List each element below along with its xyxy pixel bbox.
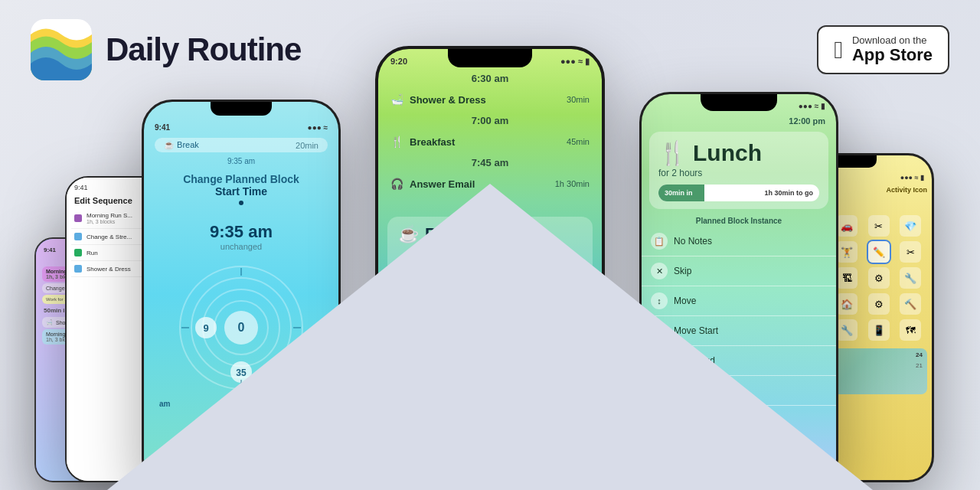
badge-download-label: Download on the: [852, 34, 933, 46]
p2-label-2: Run: [87, 250, 98, 256]
p5-lunch-name: Lunch: [693, 140, 762, 166]
p4-breakfast-icon: 🍴: [390, 136, 403, 148]
p2-dot-0: [74, 214, 82, 222]
badge-text: Download on the App Store: [852, 34, 933, 64]
p3-break-pill: ☕ Break 20min: [155, 138, 328, 152]
bg-triangle: [107, 184, 873, 490]
p6-icon-14[interactable]: 🔧: [900, 267, 921, 289]
p6-signal: ●●● ≈ ▮: [900, 174, 924, 181]
badge-store-label: App Store: [852, 46, 933, 64]
p5-signal: ●●● ≈ ▮: [799, 102, 825, 110]
app-icon: [31, 19, 92, 80]
apple-logo-icon: : [834, 38, 843, 62]
p4-entry-breakfast: 🍴 Breakfast 45min: [378, 129, 602, 154]
p4-entry-breakfast-left: 🍴 Breakfast: [390, 136, 455, 148]
p3-time: 9:41: [155, 123, 170, 132]
p2-dot-2: [74, 249, 82, 256]
p4-breakfast-name: Breakfast: [410, 136, 455, 148]
p3-signal: ●●● ≈: [308, 123, 328, 132]
p5-time-label: 12:00 pm: [642, 113, 836, 129]
app-store-badge[interactable]:  Download on the App Store: [817, 25, 949, 74]
p3-time-mid: 9:35 am: [144, 155, 338, 167]
brand: Daily Routine: [31, 19, 301, 80]
p6-icon-9[interactable]: ✂: [900, 241, 921, 263]
p2-dot-1: [74, 233, 82, 240]
p4-time-4: 7:45 am: [378, 154, 602, 172]
p4-breakfast-dur: 45min: [567, 137, 590, 146]
p5-lunch-icon: 🍴: [658, 139, 687, 166]
p6-icon-19[interactable]: 🔨: [900, 293, 921, 315]
p3-notch: [211, 102, 272, 116]
header: Daily Routine  Download on the App Stor…: [0, 0, 980, 100]
p6-icon-24[interactable]: 🗺: [900, 319, 921, 341]
p2-dot-3: [74, 265, 82, 273]
p6-icon-4[interactable]: 💎: [900, 215, 921, 237]
app-title: Daily Routine: [106, 31, 301, 68]
p5-lunch-title: 🍴 Lunch: [658, 139, 819, 166]
p4-time-2: 7:00 am: [378, 112, 602, 129]
p3-status: 9:41 ●●● ≈: [144, 116, 338, 135]
p5-lunch-duration: for 2 hours: [658, 168, 819, 178]
